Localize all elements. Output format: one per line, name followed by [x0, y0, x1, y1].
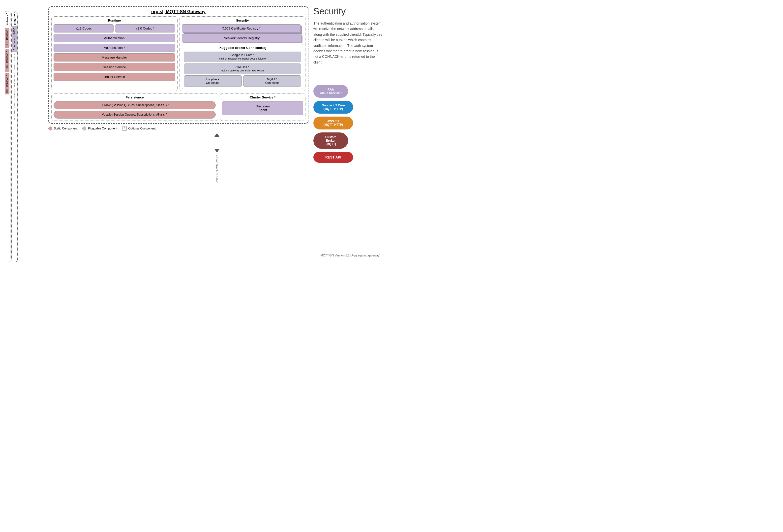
- info-title: Security: [313, 6, 383, 17]
- volatile-box: Volatile (Session Queues, Subscriptions,…: [54, 111, 216, 119]
- right-panel: Security The authentication and authoris…: [308, 4, 388, 262]
- loopback-box: LoopbackConnector: [184, 75, 242, 87]
- transport-udp: UDP Transport: [5, 28, 9, 48]
- durable-box: Durable (Session Queues, Subscriptions, …: [54, 101, 216, 109]
- authorisation-box: Authorisation *: [54, 44, 175, 52]
- security-section: Security X.509 Certificate Registry * Ne…: [180, 17, 306, 91]
- cloud-google: Google IoT Core(MQTT, HTTP): [313, 101, 383, 114]
- static-circle: [49, 126, 52, 130]
- broker-connector-section: Pluggable Broker Connector(s) Google IoT…: [182, 44, 304, 89]
- gateway-title: org.slj MQTT-SN Gateway: [51, 9, 306, 14]
- checksum-box: Checksum: [12, 37, 17, 52]
- top-inner-row: Runtime v1.2 Codec v2.0 Codec * Authenti…: [51, 17, 306, 91]
- static-label: Static Component: [54, 127, 77, 130]
- integrity-column: Integrity * HMAC Checksum MD5 / SHA-1 / …: [11, 11, 18, 262]
- center-diagram: org.slj MQTT-SN Gateway Runtime v1.2 Cod…: [26, 4, 308, 262]
- cluster-section: Cluster Service * DiscoveryAgent: [220, 93, 306, 121]
- info-text: The authentication and authorisation sys…: [313, 21, 383, 65]
- cloud-aws: AWS IoT(MQTT, HTTP): [313, 117, 383, 129]
- gateway-box: org.slj MQTT-SN Gateway Runtime v1.2 Cod…: [49, 6, 308, 124]
- codec-row: v1.2 Codec v2.0 Codec *: [54, 24, 175, 32]
- cloud-custom: CustomBroker(MQTT): [313, 132, 383, 149]
- arrow-body: [217, 137, 217, 149]
- integrity-inner: Integrity * HMAC Checksum MD5 / SHA-1 / …: [12, 12, 17, 261]
- page-wrapper: Network * UDP Transport DTLS Transport *…: [0, 0, 392, 266]
- mqtt-connector-box: MQTT *Connector: [243, 75, 301, 87]
- network-column: Network * UDP Transport DTLS Transport *…: [4, 11, 10, 262]
- network-label: Network *: [6, 13, 9, 26]
- pluggable-circle: [82, 126, 86, 130]
- google-iot-box: Google IoT Core * mqtt-sn-gateway-connec…: [184, 52, 301, 62]
- arrow-up: [215, 133, 219, 137]
- hash-label: MD5 / SHA-1 / SHA-224 / SHA-256 / SHA-38…: [13, 53, 15, 120]
- optional-label: Optional Component: [128, 127, 155, 130]
- legend-optional: * Optional Component: [122, 126, 155, 131]
- cert-registry-box: X.509 Certificate Registry *: [182, 24, 301, 32]
- left-sidebar: Network * UDP Transport DTLS Transport *…: [4, 4, 26, 262]
- broker-service-box: Broker Service: [54, 73, 175, 81]
- cloud-rest: REST API: [313, 152, 383, 163]
- bottom-row: Persistence Durable (Session Queues, Sub…: [51, 93, 306, 121]
- integrity-label: Integrity *: [13, 12, 16, 25]
- discovery-box: DiscoveryAgent: [222, 101, 303, 115]
- transport-dtls: DTLS Transport *: [5, 49, 9, 72]
- version-text: MQTT-SN Version 1.2 (Aggregating gateway…: [321, 254, 380, 257]
- network-id-box: Network Identity Registry: [182, 34, 302, 42]
- aws-iot-box: AWS IoT * mqtt-sn-gateway-connector-aws-…: [184, 63, 301, 74]
- clouds-column: AAACloud Service * Google IoT Core(MQTT,…: [313, 85, 383, 163]
- persistence-label: Persistence: [54, 95, 216, 99]
- arrow-down: [215, 149, 219, 153]
- session-service-box: Session Service: [54, 63, 175, 71]
- optional-symbol: *: [122, 126, 127, 131]
- session-sync-label: Session Synchronisation: [216, 154, 218, 183]
- persistence-section: Persistence Durable (Session Queues, Sub…: [51, 93, 218, 121]
- broker-connector-label: Pluggable Broker Connector(s): [184, 46, 301, 50]
- legend-static: Static Component: [49, 126, 77, 130]
- authentication-box: Authentication: [54, 34, 175, 42]
- security-label: Security: [182, 19, 304, 22]
- codec-v1: v1.2 Codec: [54, 24, 114, 32]
- pluggable-label: Pluggable Component: [88, 127, 117, 130]
- hmac-box: HMAC: [12, 26, 17, 37]
- legend-pluggable: Pluggable Component: [82, 126, 117, 130]
- legend: Static Component Pluggable Component * O…: [49, 126, 308, 131]
- runtime-section: Runtime v1.2 Codec v2.0 Codec * Authenti…: [51, 17, 178, 91]
- transport-ble: BLE Transport *: [5, 73, 9, 94]
- sync-arrow-container: Session Synchronisation: [215, 133, 219, 183]
- message-handler-box: Message Handler: [54, 53, 175, 62]
- cluster-label: Cluster Service *: [222, 95, 303, 99]
- runtime-label: Runtime: [54, 19, 175, 22]
- codec-v2: v2.0 Codec *: [115, 24, 175, 32]
- cloud-aaa: AAACloud Service *: [313, 85, 383, 98]
- bottom-connectors: LoopbackConnector MQTT *Connector: [184, 75, 301, 87]
